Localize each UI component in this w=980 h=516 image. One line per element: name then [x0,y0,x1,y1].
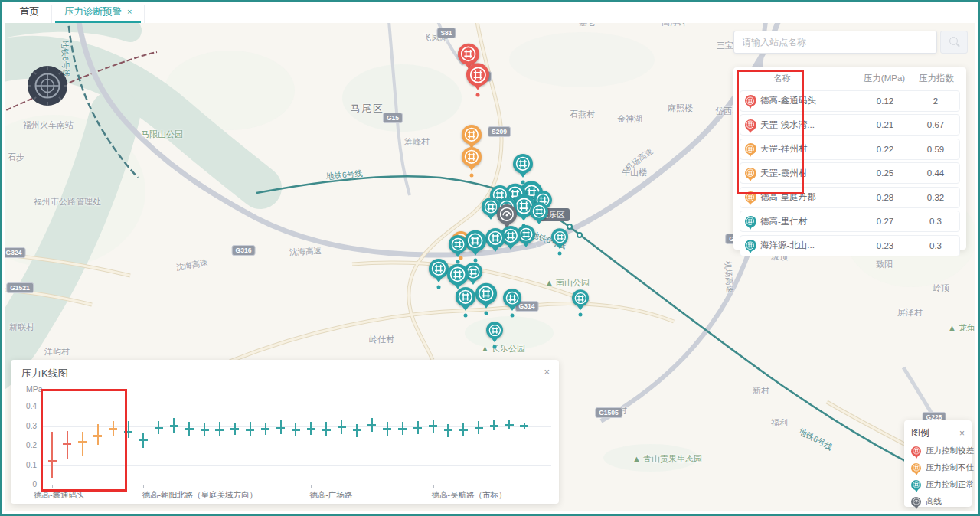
legend-item-label: 压力控制不佳 [926,462,974,473]
y-tick-label: 0.1 [12,461,37,469]
station-row[interactable]: 海洋源-北山...0.230.3 [740,235,960,256]
candle-close-bar [490,425,498,427]
compass-icon [27,65,68,106]
map-label: ▲ 龙角峰 [948,322,980,334]
station-index: 0.3 [912,241,959,250]
station-dot [456,260,460,264]
search-icon [949,37,958,45]
station-pin-normal[interactable] [449,235,467,253]
station-pin-poor[interactable] [458,44,479,65]
station-row[interactable]: 德高-皇庭丹郡0.280.32 [740,187,960,208]
station-dot [493,345,497,349]
candle-close-bar [307,428,315,430]
map-label: 新村 [753,385,769,397]
station-pin-highline[interactable] [497,204,517,224]
candle-close-bar [261,428,270,430]
legend-item: 压力控制较差 [911,446,965,456]
kline-chart-panel: 压力K线图 × MPa 00.10.20.30.4德高-鑫通码头德高-朝阳北路（… [11,360,559,504]
candle-close-bar [139,439,148,441]
road-shield: S81 [436,28,456,38]
station-pin-normal[interactable] [486,322,503,338]
station-pin-normal[interactable] [456,287,475,307]
map-label: 沈海高速 [289,246,322,258]
search-button[interactable] [940,31,968,54]
compass-control[interactable] [27,65,68,106]
tab-home[interactable]: 首页 [8,0,52,23]
legend-item-label: 高线 [926,496,942,507]
station-pressure: 0.27 [858,217,912,226]
station-row[interactable]: 天罡-浅水湾...0.210.67 [740,114,960,136]
station-pin-poor[interactable] [466,64,489,87]
station-pin-normal[interactable] [447,264,469,286]
kline-chart-close-icon[interactable]: × [544,366,550,377]
station-pressure: 0.21 [858,120,912,129]
station-pressure: 0.25 [858,168,912,178]
candle-close-bar [201,429,209,431]
candle-close-bar [215,429,224,431]
station-pin-fair[interactable] [462,125,482,145]
candle-close-bar [292,429,300,431]
pin-icon [745,240,756,251]
road-shield: G15 [383,113,403,123]
road-shield: G324 [2,247,26,258]
station-dot [511,314,514,318]
candle-close-bar [322,429,331,431]
station-row[interactable]: 天罡-霞州村0.250.44 [740,162,960,184]
tab-bar: 首页 压力诊断预警 × [0,0,980,23]
station-pin-normal[interactable] [465,230,486,252]
legend-items: 压力控制较差压力控制不佳压力控制正常高线 [911,446,965,507]
map-label: 石步 [8,152,24,163]
x-tick-mark [52,485,53,488]
candle-close-bar [170,425,178,427]
x-tick-mark [433,485,434,488]
y-axis-unit: MPa [26,384,43,394]
header-name: 名称 [760,73,856,84]
map-label: 致阳 [876,259,893,270]
map-label: ▲ 青山贡果生态园 [632,453,702,465]
pin-icon [745,119,756,131]
kline-chart-title: 压力K线图 [21,367,68,380]
legend-close-icon[interactable]: × [959,428,965,439]
station-pin-fair[interactable] [462,147,482,167]
map-label: 岭顶 [933,282,949,294]
pin-icon [911,480,921,490]
station-pin-normal[interactable] [513,154,533,174]
candle-close-bar [276,427,285,429]
legend-item-label: 压力控制正常 [926,479,974,490]
candle-wick[interactable] [67,431,68,459]
map-label: 福利 [771,417,788,429]
station-index: 0.59 [912,145,959,154]
station-table-panel: 名称 压力(MPa) 压力指数 德高-鑫通码头0.122天罡-浅水湾...0.2… [733,67,966,250]
station-dot [464,314,468,318]
station-index: 0.32 [912,193,959,202]
station-pin-normal[interactable] [475,283,497,305]
station-pin-normal[interactable] [530,202,548,220]
candle-close-bar [124,431,132,433]
station-row[interactable]: 德高-里仁村0.270.3 [740,211,960,232]
station-name: 德高-里仁村 [760,216,858,227]
candle-wick[interactable] [128,421,129,438]
tab-pressure-diagnosis[interactable]: 压力诊断预警 × [52,0,145,23]
candle-close-bar [93,435,102,437]
candle-wick[interactable] [82,432,83,456]
candle-close-bar [383,428,391,430]
station-row[interactable]: 德高-鑫通码头0.122 [740,90,960,112]
station-pin-normal[interactable] [572,289,589,306]
station-row[interactable]: 天罡-祥州村0.220.59 [740,139,960,160]
station-name: 天罡-霞州村 [760,168,858,179]
station-pin-normal[interactable] [551,228,568,245]
y-tick-label: 0.2 [12,441,37,449]
station-dot [474,259,478,263]
candle-wick[interactable] [51,432,53,478]
map-label: 筹峰村 [404,136,430,148]
map-label: 马尾区 [351,103,384,116]
search-input[interactable] [733,31,937,54]
station-pin-normal[interactable] [485,228,505,248]
station-pin-normal[interactable] [429,259,449,279]
station-pin-normal[interactable] [503,289,521,307]
x-tick-mark [143,485,144,488]
road-shield: G316 [232,245,256,256]
station-index: 2 [912,96,959,106]
tab-close-icon[interactable]: × [127,7,132,16]
pin-icon [745,191,756,203]
